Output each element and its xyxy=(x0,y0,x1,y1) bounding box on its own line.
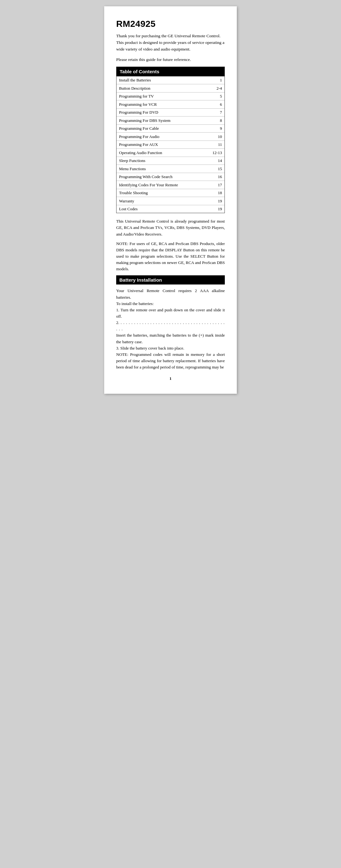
toc-item-label: Programming for VCR xyxy=(119,101,209,108)
intro-paragraph: Thank you for purchasing the GE Universa… xyxy=(116,33,225,53)
toc-item-page: 7 xyxy=(209,109,222,116)
page: RM24925 Thank you for purchasing the GE … xyxy=(104,6,237,394)
toc-item-page: 6 xyxy=(209,101,222,108)
battery-step2-dots: . . . . . . . . . . . . . . . . . . . . … xyxy=(116,320,225,331)
battery-step3: 3. Slide the battery cover back into pla… xyxy=(116,346,184,350)
toc-item-label: Programming for TV xyxy=(119,93,209,99)
toc-row: Programming For AUX11 xyxy=(117,141,224,149)
toc-row: Programming With Code Search16 xyxy=(117,173,224,181)
toc-item-page: 9 xyxy=(209,125,222,132)
battery-step1: 1. Turn the remote over and push down on… xyxy=(116,308,225,319)
toc-header: Table of Contents xyxy=(117,67,224,76)
toc-row: Programming for VCR6 xyxy=(117,100,224,108)
toc-item-page: 5 xyxy=(209,93,222,99)
toc-row: Sleep Functions14 xyxy=(117,157,224,165)
toc-row: Install the Batteries1 xyxy=(117,76,224,85)
battery-header: Battery Installation xyxy=(116,275,225,284)
battery-line1: Your Universal Remote Control requires 2… xyxy=(116,288,225,299)
toc-section: Table of Contents Install the Batteries1… xyxy=(116,67,225,213)
toc-item-label: Warranty xyxy=(119,198,209,204)
toc-row: Operating Audio Function12-13 xyxy=(117,149,224,157)
toc-item-page: 10 xyxy=(209,133,222,140)
toc-item-page: 19 xyxy=(209,206,222,212)
battery-section: Battery Installation Your Universal Remo… xyxy=(116,275,225,370)
page-title: RM24925 xyxy=(116,19,225,29)
page-number: 1 xyxy=(116,376,225,381)
toc-item-label: Programming With Code Search xyxy=(119,174,209,180)
toc-row: Trouble Shooting18 xyxy=(117,189,224,197)
toc-row: Programming For Audio10 xyxy=(117,133,224,141)
toc-item-label: Programming For Audio xyxy=(119,133,209,140)
toc-item-label: Programming For AUX xyxy=(119,142,209,148)
toc-row: Menu Functions15 xyxy=(117,165,224,173)
battery-step2-text: Insert the batteries, matching the batte… xyxy=(116,333,225,344)
toc-item-page: 17 xyxy=(209,182,222,188)
battery-step2-prefix: 2. xyxy=(116,320,119,325)
toc-item-label: Sleep Functions xyxy=(119,158,209,164)
toc-item-page: 12-13 xyxy=(209,150,222,156)
toc-item-label: Trouble Shooting xyxy=(119,190,209,196)
toc-row: Button Description2-4 xyxy=(117,84,224,93)
toc-item-page: 18 xyxy=(209,190,222,196)
toc-item-page: 11 xyxy=(209,142,222,148)
toc-item-label: Install the Batteries xyxy=(119,77,209,83)
toc-item-label: Programming For DVD xyxy=(119,109,209,116)
toc-row: Programming For Cable9 xyxy=(117,125,224,133)
retain-text: Please retain this guide for future refe… xyxy=(116,57,225,62)
toc-item-label: Identifying Codes For Your Remote xyxy=(119,182,209,188)
toc-item-label: Button Description xyxy=(119,85,209,92)
toc-row: Programming For DBS System8 xyxy=(117,117,224,125)
toc-item-label: Lost Codes xyxy=(119,206,209,212)
battery-body: Your Universal Remote Control requires 2… xyxy=(116,288,225,370)
toc-item-page: 16 xyxy=(209,174,222,180)
toc-row: Programming For DVD7 xyxy=(117,108,224,117)
toc-item-label: Operating Audio Function xyxy=(119,150,209,156)
toc-item-page: 19 xyxy=(209,198,222,204)
toc-item-page: 14 xyxy=(209,158,222,164)
toc-row: Programming for TV5 xyxy=(117,93,224,101)
toc-row: Lost Codes19 xyxy=(117,205,224,213)
toc-item-page: 8 xyxy=(209,118,222,124)
toc-item-label: Menu Functions xyxy=(119,166,209,172)
battery-line2: To install the batteries: xyxy=(116,301,154,306)
toc-item-label: Programming For DBS System xyxy=(119,118,209,124)
toc-item-page: 2-4 xyxy=(209,85,222,92)
toc-item-label: Programming For Cable xyxy=(119,125,209,132)
battery-note: NOTE: Programmed codes will remain in me… xyxy=(116,352,225,369)
toc-item-page: 1 xyxy=(209,77,222,83)
toc-row: Warranty19 xyxy=(117,197,224,205)
toc-list: Install the Batteries1Button Description… xyxy=(117,76,224,213)
toc-row: Identifying Codes For Your Remote17 xyxy=(117,181,224,189)
body-paragraph-1: This Universal Remote Control is already… xyxy=(116,218,225,237)
toc-item-page: 15 xyxy=(209,166,222,172)
body-paragraph-2: NOTE: For users of GE, RCA and ProScan D… xyxy=(116,241,225,273)
